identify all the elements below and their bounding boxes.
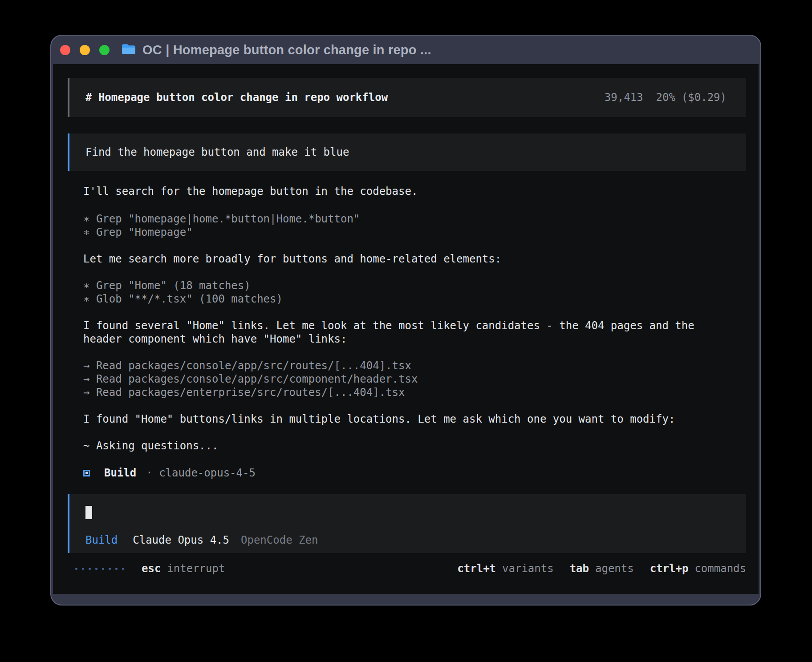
provider-label: OpenCode Zen (241, 533, 318, 547)
hint-label: commands (694, 562, 746, 575)
tool-call-line: ∗ Grep "homepage|home.*button|Home.*butt… (83, 212, 746, 226)
close-button[interactable] (60, 45, 70, 55)
hint-variants: ctrl+t variants (457, 562, 553, 575)
file-read-line: → Read packages/console/app/src/componen… (83, 372, 746, 386)
context-percent: 20% (656, 91, 675, 104)
status-left: esc interrupt (75, 562, 225, 575)
tool-call-group: ∗ Grep "homepage|home.*button|Home.*butt… (83, 212, 746, 239)
file-read-line: → Read packages/enterprise/src/routes/[.… (83, 386, 746, 399)
text-cursor (85, 506, 92, 519)
zoom-button[interactable] (99, 45, 110, 55)
status-bar: esc interrupt ctrl+t variants tab agents (68, 562, 746, 575)
terminal-viewport[interactable]: # Homepage button color change in repo w… (53, 64, 759, 594)
terminal-window: OC | Homepage button color change in rep… (50, 35, 761, 605)
status-right: ctrl+t variants tab agents ctrl+p comman… (441, 562, 746, 575)
hint-commands: ctrl+p commands (650, 562, 746, 575)
active-agent-label: Build (85, 533, 118, 547)
file-read-line: → Read packages/console/app/src/routes/[… (83, 359, 746, 372)
assistant-text: I found "Home" buttons/links in multiple… (83, 412, 746, 426)
hint-agents: tab agents (570, 562, 634, 575)
tool-call-line: ∗ Grep "Homepage" (83, 226, 746, 239)
window-title: OC | Homepage button color change in rep… (142, 43, 431, 57)
user-message-text: Find the homepage button and make it blu… (85, 145, 349, 159)
hint-key: ctrl+p (650, 562, 689, 575)
tool-call-line: ∗ Glob "**/*.tsx" (100 matches) (83, 292, 746, 306)
spinner-icon (75, 568, 124, 570)
agent-active-icon (83, 470, 90, 476)
token-count: 39,413 (605, 91, 643, 104)
session-stats: 39,41320%($0.29) (605, 91, 727, 104)
esc-key-hint: esc (142, 562, 161, 575)
window-titlebar[interactable]: OC | Homepage button color change in rep… (51, 36, 760, 64)
folder-icon (121, 44, 136, 56)
prompt-input[interactable]: Build Claude Opus 4.5 OpenCode Zen (68, 494, 746, 553)
hint-label: variants (502, 562, 554, 575)
assistant-text: I'll search for the homepage button in t… (83, 185, 746, 198)
hint-key: ctrl+t (457, 562, 496, 575)
model-label: Claude Opus 4.5 (133, 533, 229, 547)
hint-label: agents (595, 562, 634, 575)
tool-call-line: ∗ Grep "Home" (18 matches) (83, 279, 746, 292)
prompt-footer: Build Claude Opus 4.5 OpenCode Zen (85, 533, 730, 547)
assistant-text: I found several "Home" links. Let me loo… (83, 319, 733, 346)
session-cost: ($0.29) (682, 91, 727, 104)
tool-call-group: ∗ Grep "Home" (18 matches) ∗ Glob "**/*.… (83, 279, 746, 306)
hint-key: tab (570, 562, 589, 575)
working-status-line: ~ Asking questions... (83, 439, 746, 452)
terminal-content: # Homepage button color change in repo w… (53, 64, 759, 575)
interrupt-label: interrupt (167, 562, 225, 575)
desktop: OC | Homepage button color change in rep… (0, 0, 812, 662)
session-title: # Homepage button color change in repo w… (85, 91, 388, 104)
agent-task-name: Build (104, 466, 136, 480)
minimize-button[interactable] (80, 45, 90, 55)
session-header: # Homepage button color change in repo w… (68, 78, 746, 117)
agent-task-row: Build · claude-opus-4-5 (83, 466, 746, 480)
user-message: Find the homepage button and make it blu… (68, 133, 746, 171)
file-read-group: → Read packages/console/app/src/routes/[… (83, 359, 746, 399)
agent-task-model: · claude-opus-4-5 (146, 466, 256, 480)
assistant-text: Let me search more broadly for buttons a… (83, 252, 746, 266)
